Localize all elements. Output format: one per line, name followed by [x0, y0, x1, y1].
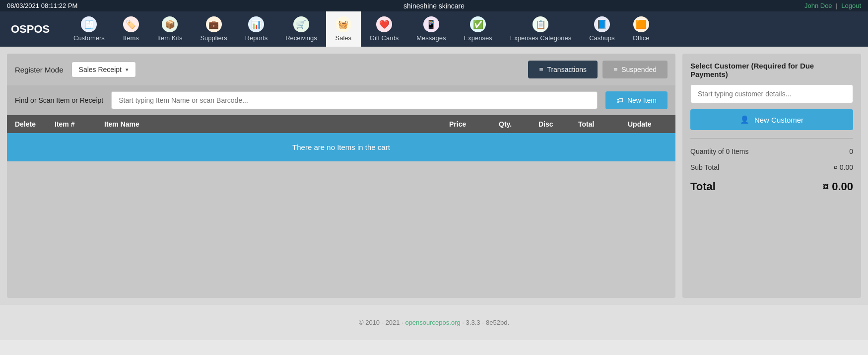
items-icon: 🏷️ [123, 16, 139, 32]
new-customer-label: New Customer [754, 116, 803, 124]
left-panel: Register Mode Sales Receipt ▾ ≡ Transact… [7, 54, 675, 298]
total-label: Total [690, 180, 716, 193]
expensecats-label: Expenses Categories [510, 34, 572, 42]
messages-label: Messages [416, 34, 446, 42]
suspended-label: Suspended [621, 66, 657, 73]
register-right-buttons: ≡ Transactions ≡ Suspended [528, 61, 668, 78]
new-item-button[interactable]: 🏷 New Item [605, 91, 668, 109]
list-icon: ≡ [539, 66, 543, 73]
receivings-label: Receivings [285, 34, 317, 42]
receivings-icon: 🛒 [293, 16, 309, 32]
sales-label: Sales [335, 34, 352, 42]
reports-icon: 📊 [248, 16, 264, 32]
itemkits-label: Item Kits [157, 34, 183, 42]
items-label: Items [123, 34, 139, 42]
cart-table-header: DeleteItem #Item NamePriceQty.DiscTotalU… [7, 115, 675, 133]
mode-value: Sales Receipt [79, 66, 122, 73]
cashups-label: Cashups [589, 34, 614, 42]
find-scan-input[interactable] [111, 91, 598, 109]
nav-item-messages[interactable]: 📱 Messages [407, 11, 455, 47]
col-total: Total [578, 120, 628, 128]
nav-items: 🧾 Customers 🏷️ Items 📦 Item Kits 💼 Suppl… [65, 11, 868, 47]
navbar: OSPOS 🧾 Customers 🏷️ Items 📦 Item Kits 💼… [0, 11, 868, 47]
suppliers-icon: 💼 [206, 16, 222, 32]
username-link[interactable]: John Doe [804, 2, 832, 9]
topbar: 08/03/2021 08:11:22 PM shineshine skinca… [0, 0, 868, 11]
itemkits-icon: 📦 [162, 16, 178, 32]
reports-label: Reports [245, 34, 268, 42]
total-value: ¤ 0.00 [823, 180, 853, 193]
quantity-value: 0 [849, 147, 853, 155]
suppliers-label: Suppliers [200, 34, 227, 42]
new-customer-button[interactable]: 👤 New Customer [690, 109, 853, 130]
expensecats-icon: 📋 [533, 16, 548, 32]
customers-label: Customers [73, 34, 105, 42]
footer: © 2010 - 2021 · opensourcepos.org · 3.3.… [0, 305, 868, 340]
user-area: John Doe | Logout [804, 2, 861, 9]
expenses-icon: ✅ [470, 16, 486, 32]
version: · 3.3.3 - 8e52bd. [462, 319, 509, 326]
nav-item-expensecats[interactable]: 📋 Expenses Categories [501, 11, 581, 47]
expenses-label: Expenses [464, 34, 492, 42]
register-mode-row: Register Mode Sales Receipt ▾ ≡ Transact… [7, 54, 675, 85]
subtotal-row: Sub Total ¤ 0.00 [690, 162, 853, 172]
dropdown-caret: ▾ [126, 67, 129, 73]
register-mode-label: Register Mode [15, 66, 64, 74]
messages-icon: 📱 [423, 16, 439, 32]
cashups-icon: 📘 [594, 16, 610, 32]
giftcards-label: Gift Cards [370, 34, 399, 42]
mode-select-button[interactable]: Sales Receipt ▾ [71, 62, 136, 77]
suspended-icon: ≡ [613, 66, 617, 73]
find-scan-row: Find or Scan Item or Receipt 🏷 New Item [7, 85, 675, 115]
nav-item-sales[interactable]: 🧺 Sales [326, 11, 361, 47]
subtotal-value: ¤ 0.00 [834, 163, 853, 171]
logout-link[interactable]: Logout [841, 2, 861, 9]
nav-item-reports[interactable]: 📊 Reports [236, 11, 277, 47]
office-label: Office [633, 34, 650, 42]
tag-icon: 🏷 [616, 96, 623, 104]
nav-item-itemkits[interactable]: 📦 Item Kits [148, 11, 192, 47]
col-qty: Qty. [499, 120, 538, 128]
nav-item-suppliers[interactable]: 💼 Suppliers [191, 11, 236, 47]
nav-item-items[interactable]: 🏷️ Items [114, 11, 148, 47]
transactions-button[interactable]: ≡ Transactions [528, 61, 598, 78]
sales-icon: 🧺 [335, 16, 351, 32]
suspended-button[interactable]: ≡ Suspended [602, 61, 668, 78]
nav-item-customers[interactable]: 🧾 Customers [65, 11, 114, 47]
quantity-row: Quantity of 0 Items 0 [690, 146, 853, 156]
col-itemname: Item Name [104, 120, 449, 128]
total-row: Total ¤ 0.00 [690, 178, 853, 195]
new-item-label: New Item [627, 96, 657, 104]
person-icon: 👤 [740, 115, 749, 124]
col-disc: Disc [538, 120, 578, 128]
select-customer-label: Select Customer (Required for Due Paymen… [690, 62, 853, 78]
nav-brand: OSPOS [0, 11, 65, 47]
separator: | [836, 2, 837, 9]
transactions-label: Transactions [547, 66, 587, 73]
nav-item-expenses[interactable]: ✅ Expenses [455, 11, 501, 47]
customer-search-input[interactable] [690, 84, 853, 103]
nav-item-receivings[interactable]: 🛒 Receivings [276, 11, 326, 47]
copyright: © 2010 - 2021 · [359, 319, 403, 326]
office-icon: 🟧 [633, 16, 649, 32]
quantity-label: Quantity of 0 Items [690, 147, 749, 155]
col-update: Update [628, 120, 668, 128]
customers-icon: 🧾 [81, 16, 97, 32]
giftcards-icon: ❤️ [376, 16, 392, 32]
right-panel: Select Customer (Required for Due Paymen… [682, 54, 861, 298]
nav-item-giftcards[interactable]: ❤️ Gift Cards [361, 11, 408, 47]
subtotal-label: Sub Total [690, 163, 719, 171]
col-delete: Delete [15, 120, 55, 128]
datetime: 08/03/2021 08:11:22 PM [7, 2, 77, 9]
col-item: Item # [55, 120, 104, 128]
col-price: Price [449, 120, 499, 128]
divider [690, 138, 853, 139]
main-content: Register Mode Sales Receipt ▾ ≡ Transact… [0, 47, 868, 305]
cart-empty-row: There are no Items in the cart [7, 133, 675, 161]
find-scan-label: Find or Scan Item or Receipt [15, 96, 103, 104]
footer-link[interactable]: opensourcepos.org [405, 319, 460, 326]
nav-item-office[interactable]: 🟧 Office [624, 11, 659, 47]
app-title: shineshine skincare [403, 2, 465, 10]
nav-item-cashups[interactable]: 📘 Cashups [580, 11, 623, 47]
